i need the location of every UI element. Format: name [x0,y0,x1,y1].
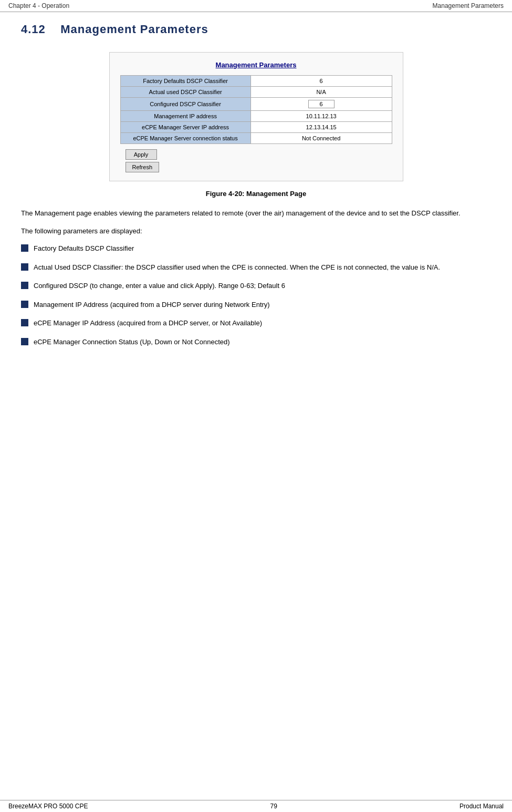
body-paragraph2: The following parameters are displayed: [21,226,491,237]
figure-container: Management Parameters Factory Defaults D… [109,52,403,181]
bullet-icon [21,244,28,252]
figure-caption: Figure 4-20: Management Page [21,190,491,198]
list-item: Actual Used DSCP Classifier: the DSCP cl… [21,262,491,273]
table-label-cell: eCPE Manager Server connection status [120,133,250,144]
bullet-icon [21,301,28,308]
table-label-cell: Configured DSCP Classifier [120,98,250,111]
management-table: Factory Defaults DSCP Classifier6Actual … [120,75,392,144]
section-heading: 4.12 Management Parameters [21,23,491,36]
bullet-icon [21,282,28,289]
list-item: eCPE Manager IP Address (acquired from a… [21,318,491,328]
list-item: eCPE Manager Connection Status (Up, Down… [21,337,491,347]
table-value-cell: 12.13.14.15 [250,122,392,133]
header-bar: Chapter 4 - Operation Management Paramet… [0,0,512,12]
configured-dscp-input[interactable] [308,100,335,108]
table-value-cell: 6 [250,76,392,87]
table-row: Management IP address10.11.12.13 [120,111,392,122]
footer-right: Product Manual [459,803,504,810]
section-title: Management Parameters [60,23,208,36]
table-label-cell: Factory Defaults DSCP Classifier [120,76,250,87]
footer-bar: BreezeMAX PRO 5000 CPE 79 Product Manual [0,800,512,812]
bullet-text: Configured DSCP (to change, enter a valu… [34,281,285,291]
table-row: eCPE Manager Server connection statusNot… [120,133,392,144]
bullet-text: Management IP Address (acquired from a D… [34,300,270,310]
table-row: eCPE Manager Server IP address12.13.14.1… [120,122,392,133]
bullet-text: eCPE Manager IP Address (acquired from a… [34,318,262,328]
bullet-icon [21,319,28,326]
list-item: Factory Defaults DSCP Classifier [21,243,491,254]
table-value-cell: N/A [250,87,392,98]
header-right: Management Parameters [433,2,504,9]
list-item: Configured DSCP (to change, enter a valu… [21,281,491,291]
table-row: Factory Defaults DSCP Classifier6 [120,76,392,87]
table-label-cell: Actual used DSCP Classifier [120,87,250,98]
table-value-cell: Not Connected [250,133,392,144]
table-row: Actual used DSCP ClassifierN/A [120,87,392,98]
refresh-button[interactable]: Refresh [126,162,160,172]
bullet-text: Factory Defaults DSCP Classifier [34,243,134,254]
main-content: 4.12 Management Parameters Management Pa… [0,12,512,376]
body-paragraph1: The Management page enables viewing the … [21,208,491,219]
figure-panel-title: Management Parameters [120,61,392,69]
table-label-cell: eCPE Manager Server IP address [120,122,250,133]
bullet-text: eCPE Manager Connection Status (Up, Down… [34,337,230,347]
table-value-cell: 10.11.12.13 [250,111,392,122]
table-row: Configured DSCP Classifier [120,98,392,111]
list-item: Management IP Address (acquired from a D… [21,300,491,310]
table-label-cell: Management IP address [120,111,250,122]
table-value-cell[interactable] [250,98,392,111]
section-number: 4.12 [21,23,46,36]
footer-center: 79 [270,803,277,810]
footer-left: BreezeMAX PRO 5000 CPE [8,803,88,810]
bullet-icon [21,338,28,345]
bullet-text: Actual Used DSCP Classifier: the DSCP cl… [34,262,440,273]
header-left: Chapter 4 - Operation [8,2,69,9]
bullet-icon [21,263,28,271]
bullet-list: Factory Defaults DSCP ClassifierActual U… [21,243,491,347]
apply-button[interactable]: Apply [126,149,157,160]
button-row: Apply Refresh [120,149,392,172]
